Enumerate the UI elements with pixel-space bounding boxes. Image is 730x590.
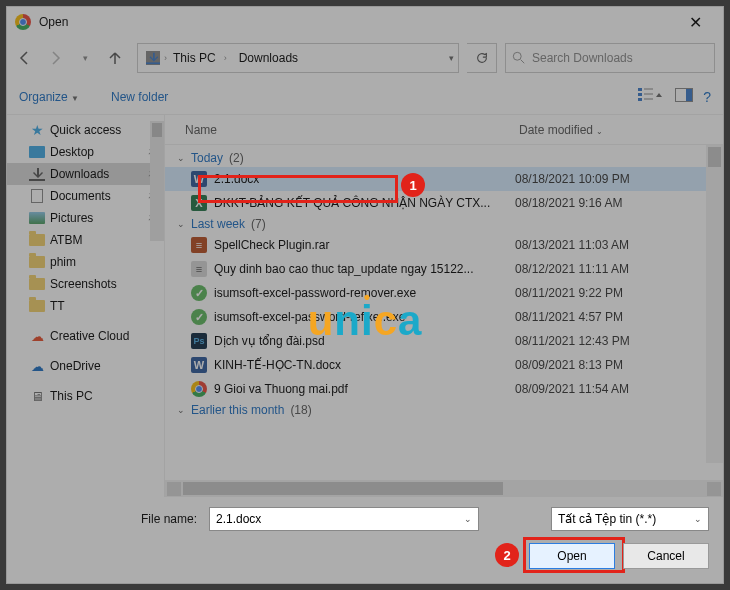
file-row[interactable]: ≡Quy dinh bao cao thuc tap_update ngay 1…: [165, 257, 723, 281]
new-folder-button[interactable]: New folder: [111, 90, 168, 104]
onedrive-icon: ☁: [29, 358, 45, 374]
column-name[interactable]: Name: [165, 123, 515, 137]
horizontal-scrollbar[interactable]: [165, 480, 723, 497]
folder-icon: [29, 276, 45, 292]
sidebar-quick-access[interactable]: ★ Quick access: [7, 119, 164, 141]
cancel-button[interactable]: Cancel: [623, 543, 709, 569]
sidebar-item-atbm[interactable]: ATBM: [7, 229, 164, 251]
close-button[interactable]: ✕: [675, 8, 715, 36]
vertical-scrollbar[interactable]: [706, 145, 723, 463]
exe-icon: ✓: [191, 309, 207, 325]
filename-dropdown-icon[interactable]: ⌄: [464, 514, 472, 524]
star-icon: ★: [29, 122, 45, 138]
file-row[interactable]: ≡SpellCheck Plugin.rar 08/13/2021 11:03 …: [165, 233, 723, 257]
file-row[interactable]: WKINH-TẾ-HỌC-TN.docx 08/09/2021 8:13 PM: [165, 353, 723, 377]
downloads-folder-icon: [146, 51, 160, 65]
search-icon: [512, 51, 526, 65]
refresh-button[interactable]: [467, 43, 497, 73]
sort-indicator-icon: ⌄: [596, 127, 603, 136]
open-button[interactable]: Open: [529, 543, 615, 569]
toolbar: Organize ▼ New folder ?: [7, 79, 723, 115]
svg-rect-4: [638, 93, 642, 96]
svg-rect-11: [29, 179, 45, 181]
view-options-button[interactable]: [637, 86, 665, 107]
svg-rect-5: [638, 98, 642, 101]
address-dropdown-icon[interactable]: ▾: [449, 53, 454, 63]
group-last-week[interactable]: ⌄ Last week (7): [165, 215, 723, 233]
svg-line-2: [521, 60, 525, 64]
annotation-badge-1: 1: [401, 173, 425, 197]
forward-button[interactable]: [41, 44, 69, 72]
titlebar: Open ✕: [7, 7, 723, 37]
search-placeholder: Search Downloads: [532, 51, 633, 65]
sidebar-item-phim[interactable]: phim: [7, 251, 164, 273]
file-row[interactable]: PsDịch vụ tổng đài.psd 08/11/2021 12:43 …: [165, 329, 723, 353]
text-icon: ≡: [191, 261, 207, 277]
annotation-badge-2: 2: [495, 543, 519, 567]
chevron-down-icon: ⌄: [177, 405, 185, 415]
exe-icon: ✓: [191, 285, 207, 301]
pc-icon: 🖥: [29, 388, 45, 404]
crumb-downloads[interactable]: Downloads: [233, 51, 304, 65]
file-row[interactable]: ✓isumsoft-excel-password-remover.exe 08/…: [165, 281, 723, 305]
crumb-this-pc[interactable]: This PC›: [167, 51, 233, 65]
sidebar-creative-cloud[interactable]: ☁ Creative Cloud: [7, 325, 164, 347]
creative-cloud-icon: ☁: [29, 328, 45, 344]
desktop-icon: [29, 144, 45, 160]
sidebar-item-desktop[interactable]: Desktop: [7, 141, 164, 163]
svg-rect-0: [146, 62, 160, 64]
rar-icon: ≡: [191, 237, 207, 253]
file-row[interactable]: ✓isumsoft-excel-password-refixer.exe 08/…: [165, 305, 723, 329]
navbar: ▾ › This PC› Downloads ▾ Search Download…: [7, 37, 723, 79]
breadcrumb[interactable]: › This PC› Downloads ▾: [137, 43, 459, 73]
filename-label: File name:: [21, 512, 201, 526]
sidebar: ★ Quick access Desktop Downloads Documen…: [7, 115, 165, 497]
docx-icon: W: [191, 357, 207, 373]
folder-icon: [29, 232, 45, 248]
sidebar-this-pc[interactable]: 🖥 This PC: [7, 385, 164, 407]
up-button[interactable]: [101, 44, 129, 72]
sidebar-onedrive[interactable]: ☁ OneDrive: [7, 355, 164, 377]
recent-dropdown[interactable]: ▾: [71, 44, 99, 72]
annotation-highlight-1: [198, 175, 398, 203]
pdf-icon: [191, 381, 207, 397]
search-input[interactable]: Search Downloads: [505, 43, 715, 73]
file-row[interactable]: 9 Gioi va Thuong mai.pdf 08/09/2021 11:5…: [165, 377, 723, 401]
file-pane: Name Date modified ⌄ ⌄ Today (2) W2.1.do…: [165, 115, 723, 497]
preview-pane-button[interactable]: [675, 88, 693, 105]
psd-icon: Ps: [191, 333, 207, 349]
group-earlier[interactable]: ⌄ Earlier this month (18): [165, 401, 723, 419]
svg-rect-3: [638, 88, 642, 91]
dialog-title: Open: [39, 15, 68, 29]
back-button[interactable]: [11, 44, 39, 72]
chevron-down-icon: ⌄: [177, 153, 185, 163]
column-date[interactable]: Date modified ⌄: [515, 123, 723, 137]
sidebar-item-downloads[interactable]: Downloads: [7, 163, 164, 185]
sidebar-item-tt[interactable]: TT: [7, 295, 164, 317]
pictures-icon: [29, 210, 45, 226]
columns-header: Name Date modified ⌄: [165, 115, 723, 145]
svg-point-1: [513, 52, 521, 60]
folder-icon: [29, 254, 45, 270]
sidebar-item-pictures[interactable]: Pictures: [7, 207, 164, 229]
sidebar-scrollbar[interactable]: [150, 121, 164, 241]
document-icon: [29, 188, 45, 204]
filetype-dropdown-icon[interactable]: ⌄: [694, 514, 702, 524]
folder-icon: [29, 298, 45, 314]
help-button[interactable]: ?: [703, 89, 711, 105]
group-today[interactable]: ⌄ Today (2): [165, 149, 723, 167]
svg-rect-10: [686, 89, 692, 101]
sidebar-item-documents[interactable]: Documents: [7, 185, 164, 207]
filetype-dropdown[interactable]: Tất cả Tệp tin (*.*) ⌄: [551, 507, 709, 531]
chrome-icon: [15, 14, 31, 30]
filename-input[interactable]: 2.1.docx ⌄: [209, 507, 479, 531]
organize-menu[interactable]: Organize ▼: [19, 90, 79, 104]
sidebar-item-screenshots[interactable]: Screenshots: [7, 273, 164, 295]
download-icon: [29, 166, 45, 182]
chevron-down-icon: ⌄: [177, 219, 185, 229]
